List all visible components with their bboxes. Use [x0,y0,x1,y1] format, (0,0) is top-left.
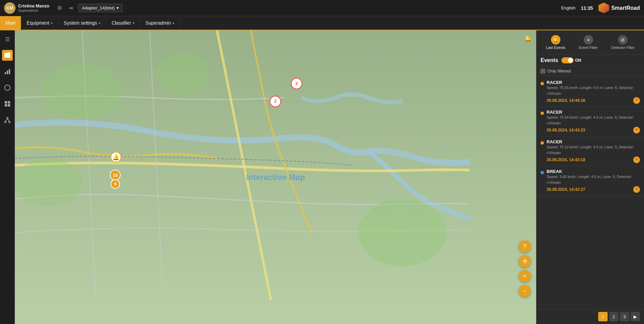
svg-rect-4 [7,70,8,74]
svg-point-17 [156,54,210,94]
zoom-in-button[interactable]: + [519,270,531,282]
map-pin-10[interactable]: 10 [110,170,121,180]
toggle-track[interactable] [561,57,574,63]
event-item-2[interactable]: RACER Speed: 75.22 km/h; Length: 4.5 m; … [536,137,644,166]
tab-event-filter[interactable]: ≡ Event Filter [575,34,602,51]
map-pin-bell[interactable]: 🔔 [110,152,122,165]
event-location-icon-1[interactable]: 📍 [633,127,640,134]
svg-rect-7 [5,101,7,104]
adapter-dropdown-icon: ▾ [117,5,119,10]
event-type-0: RACER [547,80,640,85]
svg-rect-9 [5,104,7,107]
brand-name: SmartRoad [611,5,640,11]
map-pin-cluster-2-top[interactable]: 2 [291,78,302,89]
map-area[interactable]: Interactive Map 🔔 10 9 2 2 [15,30,536,324]
help-button[interactable]: ? [519,240,531,253]
event-content-1: RACER Speed: 75.54 km/h; Length: 4.5 m; … [547,110,640,134]
tab-last-events[interactable]: 🔔 Last Events [542,34,569,51]
detector-filter-icon: ⊘ [618,35,627,45]
events-list: RACER Speed: 75.55 km/h; Length: 4.5 m; … [536,76,644,309]
sidebar-branch-btn[interactable] [2,115,13,125]
user-info-section: CM Cristina Manzo Superadmin [4,2,49,14]
topbar: CM Cristina Manzo Superadmin ⚙ ⇥ Adapter… [0,0,644,16]
nav-item-main[interactable]: Main [0,16,21,30]
event-type-3: BREAK [547,169,640,174]
svg-point-11 [7,117,8,119]
zoom-out-button[interactable]: − [519,285,531,297]
event-dot-1 [541,112,544,115]
chevron-down-icon-2: ▾ [99,21,100,25]
pin-cluster-red-top: 2 [291,78,302,89]
map-pin-9[interactable]: 9 [111,179,120,189]
pin-bell-container: 🔔 [110,152,122,165]
event-type-1: RACER [547,110,640,115]
topbar-icons: ⚙ ⇥ [56,4,74,12]
nav-item-classifier[interactable]: Classifier ▾ [106,16,140,30]
nav-item-equipment[interactable]: Equipment ▾ [21,16,58,30]
sidebar-chart-btn[interactable] [2,66,13,77]
sidebar-map-btn[interactable] [2,50,13,61]
event-dot-3 [541,171,544,174]
tab-detector-filter[interactable]: ⊘ Detector Filter [607,34,639,51]
events-toggle[interactable]: ON [561,57,581,63]
language-selector[interactable]: English [561,5,576,10]
sidebar-circle-btn[interactable] [2,82,13,93]
event-content-3: BREAK Speed: 3.66 km/h; Length: 4.5 m; L… [547,169,640,193]
page-btn-2[interactable]: 2 [609,312,618,321]
event-item-0[interactable]: RACER Speed: 75.55 km/h; Length: 4.5 m; … [536,77,644,107]
navbar: Main Equipment ▾ System settings ▾ Class… [0,16,644,30]
svg-rect-3 [5,72,6,74]
crosshair-button[interactable]: ✛ [519,255,531,267]
logout-icon[interactable]: ⇥ [67,4,74,12]
adapter-value: Adapter_14(test) [82,5,115,10]
svg-rect-0 [4,53,6,58]
tab-event-filter-label: Event Filter [579,46,598,50]
nav-label-superadmin: Superadmin [146,20,171,26]
brand: SmartRoad [599,3,640,13]
adapter-select[interactable]: Adapter_14(test) ▾ [78,4,123,12]
map-pin-cluster-2-mid[interactable]: 2 [270,96,281,107]
chevron-down-icon-3: ▾ [133,21,134,25]
pagination-next-btn[interactable]: ▶ [631,312,640,321]
event-location-icon-3[interactable]: 📍 [633,186,640,193]
event-location-icon-2[interactable]: 📍 [633,156,640,163]
tab-last-events-label: Last Events [546,46,565,50]
svg-point-12 [5,121,6,123]
svg-marker-1 [6,52,8,58]
brand-logo-icon [599,3,609,13]
nav-item-superadmin[interactable]: Superadmin ▾ [140,16,180,30]
event-location-icon-0[interactable]: 📍 [633,97,640,104]
pagination: 1 2 3 ▶ [536,309,644,324]
map-notification-bell[interactable]: 🔔 [523,33,533,44]
last-events-icon: 🔔 [551,35,560,45]
event-time-1: 30.08.2024, 14:43:23 [547,128,585,132]
event-dot-2 [541,141,544,145]
nav-label-equipment: Equipment [27,20,49,26]
tab-detector-filter-label: Detector Filter [611,46,635,50]
main-layout: ☰ [0,30,644,324]
events-filter-row: ✓ Only filtered [536,66,644,76]
page-btn-3[interactable]: 3 [620,312,629,321]
events-header: Events ON [536,55,644,66]
event-time-row-3: 30.08.2024, 14:42:27 📍 [547,186,640,193]
right-panel-tabs: 🔔 Last Events ≡ Event Filter ⊘ Detector … [536,30,644,55]
event-type-2: RACER [547,139,640,144]
sidebar-menu-btn[interactable]: ☰ [2,34,13,45]
event-time-row-0: 30.08.2024, 14:44:16 📍 [547,97,640,104]
page-btn-1[interactable]: 1 [598,312,608,321]
toggle-thumb [568,58,573,63]
event-details-3: Speed: 3.66 km/h; Length: 4.5 m; Lane: 5… [547,174,640,185]
svg-rect-5 [9,69,10,74]
only-filtered-checkbox[interactable]: ✓ [541,69,545,73]
event-dot-0 [541,82,544,85]
event-time-3: 30.08.2024, 14:42:27 [547,187,585,192]
event-item-3[interactable]: BREAK Speed: 3.66 km/h; Length: 4.5 m; L… [536,166,644,196]
event-time-0: 30.08.2024, 14:44:16 [547,98,585,103]
map-controls: ? ✛ + − [519,240,531,297]
event-filter-icon: ≡ [584,35,593,45]
settings-icon[interactable]: ⚙ [56,4,63,12]
nav-item-system-settings[interactable]: System settings ▾ [58,16,106,30]
map-canvas: Interactive Map 🔔 10 9 2 2 [15,30,536,324]
sidebar-grid-btn[interactable] [2,98,13,109]
event-item-1[interactable]: RACER Speed: 75.54 km/h; Length: 4.5 m; … [536,107,644,137]
